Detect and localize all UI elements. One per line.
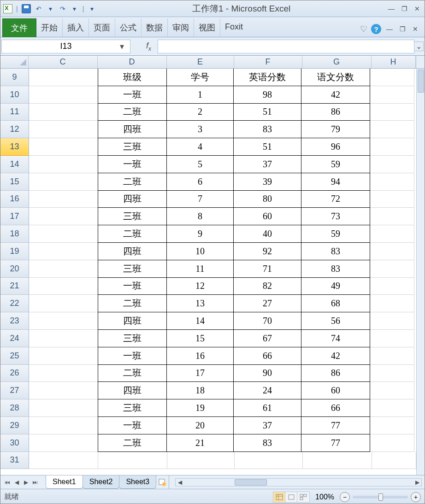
cell-F13[interactable]: 51 (233, 138, 301, 156)
close-button[interactable]: ✕ (413, 5, 422, 13)
row-header-15[interactable]: 15 (0, 173, 29, 191)
row-header-10[interactable]: 10 (0, 86, 29, 104)
cell-H20[interactable] (370, 260, 414, 278)
row-header-21[interactable]: 21 (0, 278, 29, 295)
cell-D15[interactable]: 二班 (98, 173, 167, 191)
horizontal-scrollbar[interactable]: ◀ ▶ (175, 478, 422, 486)
cell-C19[interactable] (29, 243, 98, 260)
cell-F18[interactable]: 40 (233, 225, 301, 243)
ribbon-tab-0[interactable]: 开始 (36, 18, 63, 37)
cell-C29[interactable] (29, 417, 98, 434)
row-header-23[interactable]: 23 (0, 312, 29, 330)
cell-C15[interactable] (29, 173, 98, 191)
cell-H10[interactable] (370, 86, 414, 104)
ribbon-tab-4[interactable]: 数据 (142, 18, 168, 37)
cell-E14[interactable]: 5 (166, 155, 234, 173)
cell-F27[interactable]: 24 (233, 381, 301, 399)
row-header-16[interactable]: 16 (0, 191, 29, 208)
cell-G14[interactable]: 59 (301, 155, 370, 173)
cell-D23[interactable]: 四班 (98, 312, 167, 330)
row-header-27[interactable]: 27 (0, 382, 29, 399)
row-header-11[interactable]: 11 (0, 104, 29, 121)
cell-G31[interactable] (303, 452, 372, 469)
cell-G16[interactable]: 72 (301, 190, 370, 208)
cell-F25[interactable]: 66 (233, 347, 301, 365)
redo-dropdown[interactable]: ▾ (71, 5, 79, 13)
help-icon[interactable]: ? (371, 24, 381, 34)
cell-G15[interactable]: 94 (301, 173, 370, 191)
cell-G28[interactable]: 66 (301, 399, 370, 417)
sheet-splitter[interactable] (169, 475, 172, 489)
cell-H11[interactable] (370, 104, 414, 121)
cell-H27[interactable] (370, 382, 414, 399)
zoom-slider[interactable] (353, 496, 408, 498)
cell-H24[interactable] (370, 330, 414, 347)
cell-C22[interactable] (29, 295, 98, 312)
cell-C31[interactable] (29, 452, 98, 469)
row-header-29[interactable]: 29 (0, 417, 29, 434)
cell-D11[interactable]: 二班 (98, 103, 167, 121)
cell-G18[interactable]: 59 (301, 225, 370, 243)
cell-D10[interactable]: 一班 (98, 86, 167, 104)
zoom-in-button[interactable]: + (411, 492, 421, 502)
cell-G22[interactable]: 68 (301, 294, 370, 312)
cell-C10[interactable] (29, 86, 98, 104)
cell-G20[interactable]: 83 (301, 260, 370, 278)
zoom-out-button[interactable]: − (340, 492, 350, 502)
cell-G24[interactable]: 74 (301, 329, 370, 347)
ribbon-heart-icon[interactable]: ♡ (360, 24, 367, 34)
cell-C13[interactable] (29, 138, 98, 156)
cell-F20[interactable]: 71 (233, 260, 301, 278)
cell-G11[interactable]: 86 (301, 103, 370, 121)
cell-F24[interactable]: 67 (233, 329, 301, 347)
fx-icon[interactable]: fx (146, 41, 151, 52)
cell-E9[interactable]: 学号 (166, 69, 234, 86)
cell-F11[interactable]: 51 (233, 103, 301, 121)
row-header-17[interactable]: 17 (0, 208, 29, 225)
hscroll-thumb[interactable] (235, 479, 267, 486)
cell-E20[interactable]: 11 (166, 260, 234, 278)
row-header-9[interactable]: 9 (0, 69, 29, 86)
cell-E25[interactable]: 16 (166, 347, 234, 365)
hscroll-right[interactable]: ▶ (413, 479, 421, 486)
cell-E12[interactable]: 3 (166, 120, 234, 138)
cell-D18[interactable]: 二班 (98, 225, 167, 243)
cell-E23[interactable]: 14 (166, 312, 234, 330)
vertical-scrollbar[interactable] (416, 69, 425, 475)
name-box[interactable]: I13 ▾ (1, 40, 130, 53)
column-header-F[interactable]: F (234, 56, 302, 68)
row-header-28[interactable]: 28 (0, 399, 29, 417)
cell-E21[interactable]: 12 (166, 277, 234, 295)
column-header-C[interactable]: C (29, 56, 98, 68)
cell-H21[interactable] (370, 278, 414, 295)
cell-C16[interactable] (29, 191, 98, 208)
cell-D30[interactable]: 二班 (98, 434, 167, 452)
cell-F19[interactable]: 92 (233, 242, 301, 260)
cell-G21[interactable]: 49 (301, 277, 370, 295)
cell-G12[interactable]: 79 (301, 120, 370, 138)
redo-button[interactable]: ↷ (59, 5, 67, 13)
cell-C17[interactable] (29, 208, 98, 225)
cell-H23[interactable] (370, 312, 414, 330)
cell-F10[interactable]: 98 (233, 86, 301, 104)
cell-E17[interactable]: 8 (166, 207, 234, 225)
cell-D27[interactable]: 四班 (98, 381, 167, 399)
sheet-nav-prev[interactable]: ◀ (12, 478, 21, 486)
cell-D28[interactable]: 三班 (98, 399, 167, 417)
new-sheet-button[interactable] (156, 478, 169, 486)
cell-H31[interactable] (372, 452, 416, 469)
cell-D29[interactable]: 一班 (98, 416, 167, 434)
ribbon-tab-3[interactable]: 公式 (115, 18, 142, 37)
cell-H19[interactable] (370, 243, 414, 260)
formula-input[interactable] (158, 40, 414, 53)
column-header-G[interactable]: G (302, 56, 372, 68)
cell-D26[interactable]: 二班 (98, 364, 167, 382)
cell-D17[interactable]: 三班 (98, 207, 167, 225)
sheet-nav-next[interactable]: ▶ (22, 478, 30, 486)
cell-H9[interactable] (370, 69, 414, 86)
cell-E13[interactable]: 4 (166, 138, 234, 156)
row-header-12[interactable]: 12 (0, 121, 29, 138)
cell-G30[interactable]: 77 (301, 434, 370, 452)
cell-C28[interactable] (29, 399, 98, 417)
cell-E16[interactable]: 7 (166, 190, 234, 208)
